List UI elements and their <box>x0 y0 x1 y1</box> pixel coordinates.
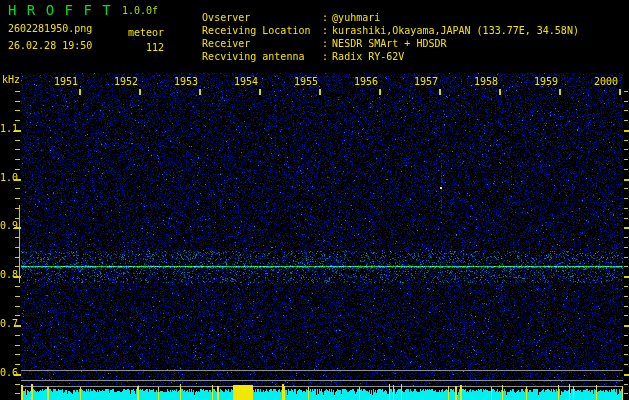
x-tick-label-1956: 1956 <box>353 77 379 87</box>
x-tick-label-2000: 2000 <box>593 77 619 87</box>
y-tick-label-0.9: 0.9 <box>0 221 15 231</box>
info-row-antenna: Recviving antenna:Radix RY-62V <box>178 42 404 72</box>
x-tick-label-1953: 1953 <box>173 77 199 87</box>
info-label: Recviving antenna <box>202 52 322 62</box>
y-tick-label-0.6: 0.6 <box>0 368 15 378</box>
app-version: 1.0.0f <box>122 6 158 16</box>
colon: : <box>322 52 332 62</box>
app-title: H R O F F T <box>8 4 112 17</box>
info-value: Radix RY-62V <box>332 51 404 62</box>
observation-label: meteor <box>118 28 164 38</box>
x-tick-label-1959: 1959 <box>533 77 559 87</box>
x-tick-label-1955: 1955 <box>293 77 319 87</box>
y-tick-label-1.0: 1.0 <box>0 173 15 183</box>
y-tick-label-0.7: 0.7 <box>0 319 15 329</box>
y-tick-label-1.1: 1.1 <box>0 124 15 134</box>
y-tick-label-0.8: 0.8 <box>0 270 15 280</box>
x-tick-label-1958: 1958 <box>473 77 499 87</box>
x-tick-label-1952: 1952 <box>113 77 139 87</box>
echo-count: 112 <box>118 43 164 53</box>
hrofft-window: H R O F F T 1.0.0f 2602281950.png meteor… <box>0 0 629 400</box>
timestamp: 26.02.28 19:50 <box>8 41 92 51</box>
x-tick-label-1957: 1957 <box>413 77 439 87</box>
y-axis-unit-label: kHz <box>2 75 20 85</box>
output-filename: 2602281950.png <box>8 24 92 34</box>
x-tick-label-1951: 1951 <box>53 77 79 87</box>
x-tick-label-1954: 1954 <box>233 77 259 87</box>
